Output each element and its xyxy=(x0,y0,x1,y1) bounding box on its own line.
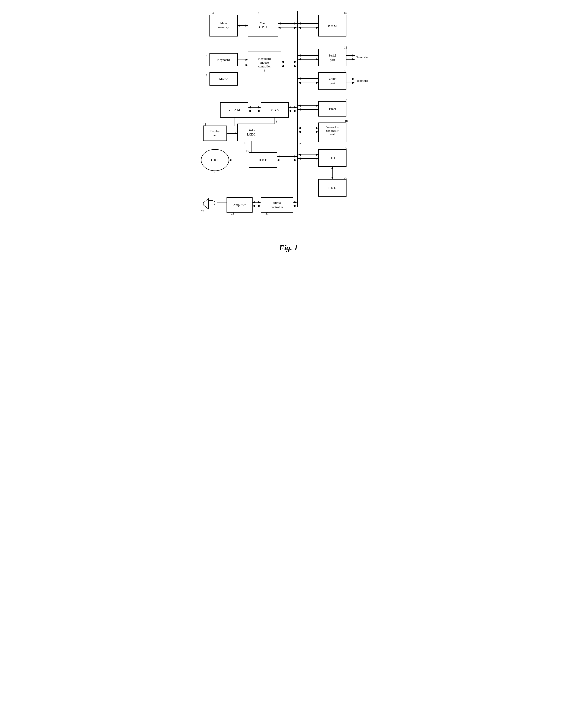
parallel-port-label2: port xyxy=(330,81,335,85)
bus-rom-left-top xyxy=(298,22,301,25)
num-4: 4 xyxy=(212,11,214,15)
diagram-container: Main memory 4 Main C P U 1 3 R O M 14 xyxy=(197,4,380,239)
num-7: 7 xyxy=(206,74,207,77)
num-11: 11 xyxy=(203,123,206,126)
kbd-mouse-ctrl-label2: mouse xyxy=(260,61,269,64)
speaker-wave1 xyxy=(214,201,215,205)
comm-adapter-label2: tion adapter xyxy=(326,129,338,132)
bus-timer-right-bot xyxy=(316,108,319,110)
num-9: 9 xyxy=(221,100,222,103)
timer-label: Timer xyxy=(328,107,336,110)
vram-vga-left-top xyxy=(248,106,251,108)
bus-fdc-right-top xyxy=(316,154,319,156)
bus-fdc-left-bot xyxy=(298,157,301,160)
num-18: 18 xyxy=(345,120,348,123)
speaker-triangle xyxy=(203,199,209,209)
hdd-bus-left-top xyxy=(277,155,279,157)
kbd-mouse-ctrl-num: 5 xyxy=(264,69,265,72)
parallel-port-label1: Parallel xyxy=(327,77,337,81)
bus-comm-right-bot xyxy=(316,131,319,133)
bus-timer-left-bot xyxy=(298,108,301,110)
keyboard-label: Keyboard xyxy=(217,58,230,61)
num-23: 23 xyxy=(201,210,204,213)
bus-rom-right-top xyxy=(316,22,319,25)
ctrl-bus-right-bot xyxy=(294,65,297,67)
mouse-ctrl-arrow xyxy=(246,64,248,66)
amp-audio-left-bot xyxy=(252,205,255,207)
dac-lcdc-label2: LCDC xyxy=(247,133,255,136)
vga-bus-left-bot xyxy=(288,110,291,112)
num-16: 16 xyxy=(344,70,347,73)
vram-vga-right-bot xyxy=(258,110,261,112)
bus-fdc-left-top xyxy=(298,154,301,156)
bus-par-left-top xyxy=(298,77,301,80)
num-13: 13 xyxy=(246,150,248,153)
amp-audio-right-bot xyxy=(258,205,261,207)
num-20: 20 xyxy=(344,176,347,180)
dac-lcdc-label1: DAC/ xyxy=(247,129,255,132)
cpu-arrow-right-bot xyxy=(294,27,297,29)
rom-label: R O M xyxy=(328,25,337,28)
serial-modem-arrow-bot xyxy=(352,58,355,60)
num-15: 15 xyxy=(344,46,347,49)
bus-par-right-top xyxy=(316,77,319,80)
cpu-arrow-left-bot xyxy=(278,27,280,29)
cpu-arrow-left-top xyxy=(278,22,280,25)
hdd-label: H D D xyxy=(259,158,267,162)
vram-label: V R A M xyxy=(228,108,240,112)
num-1: 1 xyxy=(273,11,275,15)
diagram-svg: Main memory 4 Main C P U 1 3 R O M 14 xyxy=(197,4,380,239)
bus-serial-left-top xyxy=(298,54,301,56)
num-8: 8 xyxy=(276,120,277,123)
amplifier-label: Amplifier xyxy=(233,203,246,207)
bus-timer-right-top xyxy=(316,105,319,107)
crt-label: C R T xyxy=(211,158,219,162)
fdd-label: F D D xyxy=(328,186,336,189)
bus-serial-right-top xyxy=(316,54,319,56)
main-memory-label2: memory xyxy=(218,25,229,29)
comm-adapter-label1: Communica- xyxy=(326,126,339,129)
hdd-bus-right-bot xyxy=(294,159,297,161)
bus-comm-right-top xyxy=(316,127,319,129)
vram-vga-left-bot xyxy=(248,110,251,112)
bus-par-left-bot xyxy=(298,82,301,84)
audio-ctrl-label1: Audio xyxy=(273,201,281,205)
fdc-fdd-arrow-top xyxy=(331,166,333,169)
num-3: 3 xyxy=(258,11,259,15)
main-cpu-label2: C P U xyxy=(259,25,267,29)
bus-timer-left-top xyxy=(298,105,301,107)
mouse-label: Mouse xyxy=(219,77,228,81)
amp-audio-right-top xyxy=(258,201,261,203)
ctrl-bus-left-bot xyxy=(281,65,284,67)
comm-adapter-label3: card xyxy=(330,133,334,136)
fdc-label: F D C xyxy=(328,156,336,160)
num-2: 2 xyxy=(299,142,301,146)
cpu-arrow-right-top xyxy=(294,22,297,25)
par-printer-arrow-top xyxy=(352,78,355,80)
vga-bus-right-bot xyxy=(294,110,297,112)
main-memory-label: Main xyxy=(220,21,227,25)
to-printer-label: To printer xyxy=(356,79,368,82)
serial-port-label1: Serial xyxy=(329,54,336,57)
serial-modem-arrow-top xyxy=(352,54,355,56)
bus-rom-left-bot xyxy=(298,27,301,29)
num-6: 6 xyxy=(206,55,207,58)
num-14: 14 xyxy=(344,11,347,15)
bus-serial-left-bot xyxy=(298,58,301,60)
serial-port-label2: port xyxy=(330,58,335,61)
num-21: 21 xyxy=(266,212,269,215)
display-dac-arrow xyxy=(235,132,238,134)
vram-vga-right-top xyxy=(258,106,261,108)
speaker-rect xyxy=(209,201,213,205)
bus-fdc-right-bot xyxy=(316,157,319,160)
num-17: 17 xyxy=(344,98,347,102)
bus-comm-left-bot xyxy=(298,131,301,133)
display-unit-box xyxy=(203,126,227,141)
arrow-right-1 xyxy=(246,25,248,27)
display-unit-label1: Display xyxy=(210,130,220,133)
bus-comm-left-top xyxy=(298,127,301,129)
ctrl-bus-left-top xyxy=(281,61,284,63)
bus-rom-right-bot xyxy=(316,27,319,29)
serial-port-box xyxy=(319,49,346,66)
figure-caption: Fig. 1 xyxy=(197,243,380,252)
